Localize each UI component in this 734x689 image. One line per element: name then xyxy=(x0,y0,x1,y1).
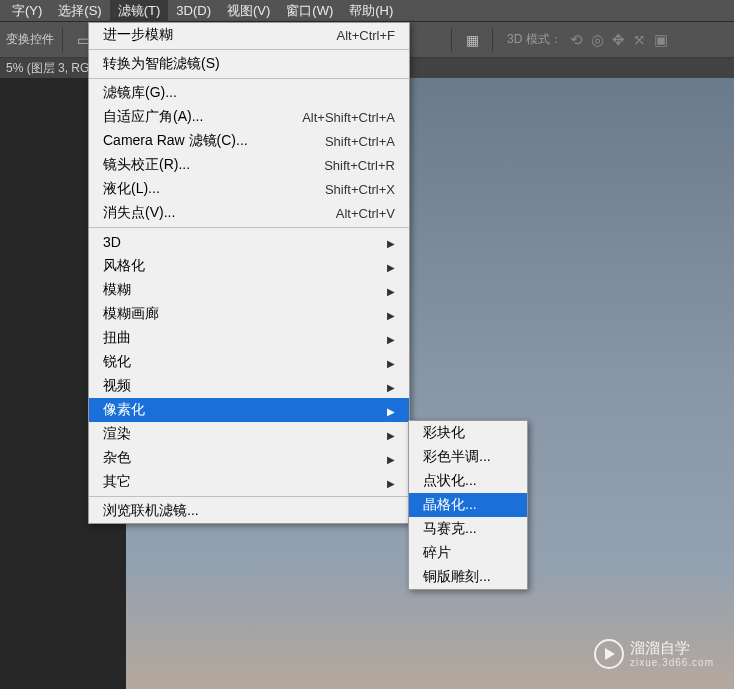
menu-distort[interactable]: 扭曲 xyxy=(89,326,409,350)
menubar: 字(Y) 选择(S) 滤镜(T) 3D(D) 视图(V) 窗口(W) 帮助(H) xyxy=(0,0,734,22)
submenu-crystallize[interactable]: 晶格化... xyxy=(409,493,527,517)
menu-item-label: 模糊 xyxy=(103,281,131,299)
menu-item-label: 镜头校正(R)... xyxy=(103,156,190,174)
menu-item-label: 马赛克... xyxy=(423,520,477,538)
mode3d-icons[interactable]: ⟲ ◎ ✥ ⤧ ▣ xyxy=(570,31,668,49)
menu-item-shortcut: Shift+Ctrl+A xyxy=(325,134,395,149)
menu-separator xyxy=(89,227,409,228)
camera-icon[interactable]: ▣ xyxy=(654,31,668,49)
menu-video[interactable]: 视频 xyxy=(89,374,409,398)
menu-recent-filter[interactable]: 进一步模糊 Alt+Ctrl+F xyxy=(89,23,409,47)
separator xyxy=(492,28,493,52)
menu-item-label: 自适应广角(A)... xyxy=(103,108,203,126)
menu-item-label: 风格化 xyxy=(103,257,145,275)
submenu-arrow-icon xyxy=(387,234,395,250)
menu-item-label: 液化(L)... xyxy=(103,180,160,198)
menu-help[interactable]: 帮助(H) xyxy=(341,0,401,22)
menu-blur-gallery[interactable]: 模糊画廊 xyxy=(89,302,409,326)
menu-select[interactable]: 选择(S) xyxy=(50,0,109,22)
menu-item-label: 晶格化... xyxy=(423,496,477,514)
menu-filter[interactable]: 滤镜(T) xyxy=(110,0,169,22)
submenu-fragment[interactable]: 碎片 xyxy=(409,541,527,565)
menu-item-label: 铜版雕刻... xyxy=(423,568,491,586)
menu-item-shortcut: Shift+Ctrl+X xyxy=(325,182,395,197)
menu-type[interactable]: 字(Y) xyxy=(4,0,50,22)
menu-lens-correction[interactable]: 镜头校正(R)...Shift+Ctrl+R xyxy=(89,153,409,177)
menu-vanishing-point[interactable]: 消失点(V)...Alt+Ctrl+V xyxy=(89,201,409,225)
menu-item-shortcut: Alt+Shift+Ctrl+A xyxy=(302,110,395,125)
menu-item-label: 扭曲 xyxy=(103,329,131,347)
watermark: 溜溜自学 zixue.3d66.com xyxy=(594,639,714,669)
menu-separator xyxy=(89,78,409,79)
menu-3d-sub[interactable]: 3D xyxy=(89,230,409,254)
submenu-arrow-icon xyxy=(387,354,395,370)
menu-item-label: 3D xyxy=(103,234,121,250)
submenu-pointillize[interactable]: 点状化... xyxy=(409,469,527,493)
menu-item-label: 点状化... xyxy=(423,472,477,490)
menu-item-label: 浏览联机滤镜... xyxy=(103,502,199,520)
menu-item-label: 像素化 xyxy=(103,401,145,419)
menu-item-shortcut: Alt+Ctrl+V xyxy=(336,206,395,221)
menu-item-label: 彩块化 xyxy=(423,424,465,442)
menu-item-label: 模糊画廊 xyxy=(103,305,159,323)
submenu-facet[interactable]: 彩块化 xyxy=(409,421,527,445)
pixelate-submenu: 彩块化 彩色半调... 点状化... 晶格化... 马赛克... 碎片 铜版雕刻… xyxy=(408,420,528,590)
menu-liquify[interactable]: 液化(L)...Shift+Ctrl+X xyxy=(89,177,409,201)
grid-icon[interactable]: ▦ xyxy=(460,28,484,52)
document-title: 5% (图层 3, RG xyxy=(6,60,89,77)
menu-other[interactable]: 其它 xyxy=(89,470,409,494)
menu-filter-gallery[interactable]: 滤镜库(G)... xyxy=(89,81,409,105)
menu-item-label: 渲染 xyxy=(103,425,131,443)
orbit-camera-icon[interactable]: ◎ xyxy=(591,31,604,49)
menu-browse-online[interactable]: 浏览联机滤镜... xyxy=(89,499,409,523)
submenu-arrow-icon xyxy=(387,450,395,466)
menu-smart-filter[interactable]: 转换为智能滤镜(S) xyxy=(89,52,409,76)
submenu-mezzotint[interactable]: 铜版雕刻... xyxy=(409,565,527,589)
menu-pixelate[interactable]: 像素化 xyxy=(89,398,409,422)
transform-controls-label: 变换控件 xyxy=(6,31,54,48)
separator xyxy=(451,28,452,52)
move-icon[interactable]: ✥ xyxy=(612,31,625,49)
menu-sharpen[interactable]: 锐化 xyxy=(89,350,409,374)
menu-view[interactable]: 视图(V) xyxy=(219,0,278,22)
orbit-icon[interactable]: ⟲ xyxy=(570,31,583,49)
menu-item-label: 视频 xyxy=(103,377,131,395)
submenu-arrow-icon xyxy=(387,426,395,442)
scale-icon[interactable]: ⤧ xyxy=(633,31,646,49)
filter-menu: 进一步模糊 Alt+Ctrl+F 转换为智能滤镜(S) 滤镜库(G)... 自适… xyxy=(88,22,410,524)
menu-noise[interactable]: 杂色 xyxy=(89,446,409,470)
menu-item-label: 转换为智能滤镜(S) xyxy=(103,55,220,73)
menu-3d[interactable]: 3D(D) xyxy=(168,1,219,20)
menu-camera-raw[interactable]: Camera Raw 滤镜(C)...Shift+Ctrl+A xyxy=(89,129,409,153)
watermark-brand: 溜溜自学 xyxy=(630,640,714,657)
submenu-color-halftone[interactable]: 彩色半调... xyxy=(409,445,527,469)
menu-item-label: 锐化 xyxy=(103,353,131,371)
menu-item-shortcut: Alt+Ctrl+F xyxy=(336,28,395,43)
submenu-arrow-icon xyxy=(387,330,395,346)
menu-item-label: 杂色 xyxy=(103,449,131,467)
menu-stylize[interactable]: 风格化 xyxy=(89,254,409,278)
play-icon xyxy=(594,639,624,669)
menu-item-label: Camera Raw 滤镜(C)... xyxy=(103,132,248,150)
menu-render[interactable]: 渲染 xyxy=(89,422,409,446)
submenu-arrow-icon xyxy=(387,306,395,322)
submenu-arrow-icon xyxy=(387,474,395,490)
submenu-mosaic[interactable]: 马赛克... xyxy=(409,517,527,541)
watermark-url: zixue.3d66.com xyxy=(630,657,714,668)
submenu-arrow-icon xyxy=(387,378,395,394)
menu-item-label: 彩色半调... xyxy=(423,448,491,466)
menu-blur[interactable]: 模糊 xyxy=(89,278,409,302)
menu-window[interactable]: 窗口(W) xyxy=(278,0,341,22)
menu-adaptive-wide[interactable]: 自适应广角(A)...Alt+Shift+Ctrl+A xyxy=(89,105,409,129)
mode3d-label: 3D 模式： xyxy=(501,31,562,48)
menu-item-shortcut: Shift+Ctrl+R xyxy=(324,158,395,173)
menu-item-label: 其它 xyxy=(103,473,131,491)
separator xyxy=(62,28,63,52)
menu-separator xyxy=(89,496,409,497)
menu-item-label: 滤镜库(G)... xyxy=(103,84,177,102)
menu-item-label: 碎片 xyxy=(423,544,451,562)
menu-separator xyxy=(89,49,409,50)
submenu-arrow-icon xyxy=(387,282,395,298)
menu-item-label: 进一步模糊 xyxy=(103,26,173,44)
submenu-arrow-icon xyxy=(387,258,395,274)
